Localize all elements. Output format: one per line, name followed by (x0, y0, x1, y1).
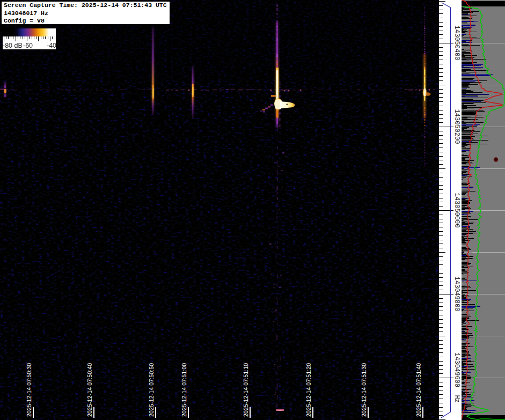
svg-text:143050400: 143050400 (453, 26, 460, 61)
svg-text:2025-12-14 07:51:30: 2025-12-14 07:51:30 (361, 363, 367, 417)
svg-text:143049800: 143049800 (453, 277, 460, 312)
svg-text:143050200: 143050200 (453, 109, 460, 144)
svg-text:-80 dB: -80 dB (3, 42, 23, 49)
svg-text:143050000: 143050000 (453, 193, 460, 228)
svg-text:143049600 Hz: 143049600 Hz (453, 352, 460, 403)
svg-text:-60: -60 (23, 42, 33, 49)
svg-text:2025-12-14 07:51:10: 2025-12-14 07:51:10 (243, 363, 249, 417)
svg-text:2025-12-14 07:51:40: 2025-12-14 07:51:40 (415, 363, 422, 417)
svg-text:2025-12-14 07:51:20: 2025-12-14 07:51:20 (305, 363, 312, 417)
svg-text:2025-12-14 07:50:40: 2025-12-14 07:50:40 (86, 363, 93, 417)
svg-text:-40: -40 (47, 42, 56, 49)
svg-text:2025-12-14 07:50:30: 2025-12-14 07:50:30 (26, 363, 32, 417)
svg-text:2025-12-14 07:50:50: 2025-12-14 07:50:50 (148, 363, 155, 417)
svg-text:2025-12-14 07:51:00: 2025-12-14 07:51:00 (181, 363, 187, 417)
